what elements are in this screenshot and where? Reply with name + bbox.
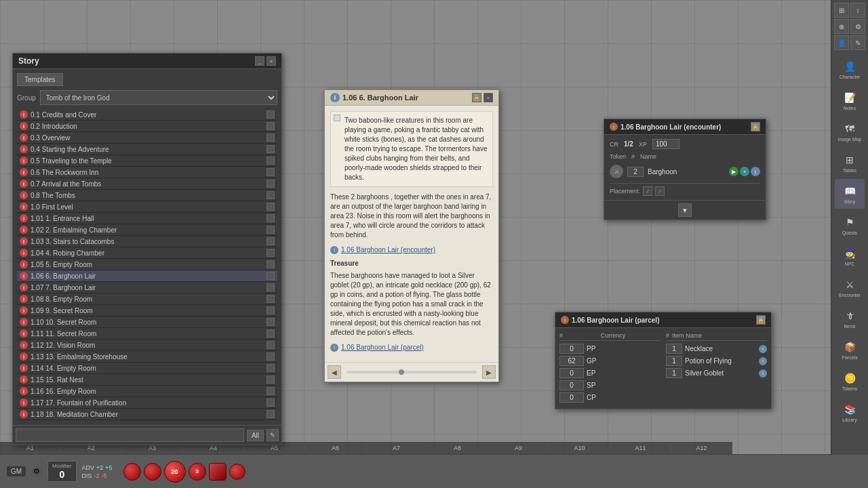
story-list-item[interactable]: i 1.15 15. Rat Nest (17, 374, 277, 386)
currency-amount-input[interactable] (559, 368, 584, 378)
top-icon-1[interactable]: ⊞ (834, 3, 849, 18)
sidebar-quests[interactable]: ⚑ Quests (835, 210, 865, 240)
top-icon-6[interactable]: ✎ (850, 35, 865, 50)
sidebar-encounter[interactable]: ⚔ Encounter (835, 272, 865, 302)
bottom-toolbar: GM ⚙ Modifier 0 ADV +2 +5 DIS -2 -5 20 3 (0, 454, 868, 488)
story-nav-row: ◀ ▶ (325, 362, 498, 382)
story-next-button[interactable]: ▶ (482, 365, 496, 379)
story-list-item[interactable]: i 1.12 12. Vision Room (17, 340, 277, 351)
top-icon-2[interactable]: ↕ (850, 3, 865, 18)
currency-amount-input[interactable] (559, 344, 584, 354)
story-list-item[interactable]: i 0.7 Arrival at the Tombs (17, 178, 277, 190)
item-info-button[interactable]: i (759, 357, 767, 365)
story-list-item[interactable]: i 0.8 The Tombs (17, 190, 277, 201)
story-list-item[interactable]: i 1.03 3. Stairs to Catacombs (17, 236, 277, 247)
placement-check-2[interactable]: ✓ (655, 186, 665, 196)
story-item-badge (267, 375, 275, 384)
top-icon-5[interactable]: 👤 (834, 35, 849, 50)
encounter-link-text[interactable]: 1.06 Barghoon Lair (encounter) (341, 245, 435, 255)
story-list-item[interactable]: i 1.19 19. Chamber of Ardarus, Renegade … (17, 420, 277, 421)
token-count-input[interactable] (627, 167, 644, 177)
story-all-button[interactable]: All (247, 430, 264, 441)
parcel-link-text[interactable]: 1.06 Barghoon Lair (parcel) (341, 343, 424, 352)
token-action-info-button[interactable]: i (751, 167, 760, 176)
currency-header-row: # Currency (559, 332, 660, 341)
story-list-item[interactable]: i 1.10 10. Secret Room (17, 317, 277, 328)
story-list-item[interactable]: i 1.18 18. Meditation Chamber (17, 409, 277, 420)
encounter-header: i 1.06 Barghoon Lair (encounter) 🔒 (604, 119, 766, 135)
story-prev-button[interactable]: ◀ (328, 365, 341, 379)
xp-input[interactable] (652, 139, 679, 149)
story-list-item[interactable]: i 1.02 2. Embalming Chamber (17, 224, 277, 236)
item-info-button[interactable]: i (759, 345, 767, 353)
story-list-item[interactable]: i 1.04 4. Robing Chamber (17, 247, 277, 259)
story-list-item[interactable]: i 0.6 The Rockworm Inn (17, 167, 277, 178)
story-list-item[interactable]: i 1.09 9. Secret Room (17, 305, 277, 317)
token-action-add-button[interactable]: + (740, 167, 749, 176)
main-story-lock-button[interactable]: 🔒 (472, 93, 481, 102)
templates-button[interactable]: Templates (17, 73, 63, 86)
currency-amount-input[interactable] (559, 380, 584, 390)
story-search-input[interactable] (16, 428, 244, 442)
story-list-item[interactable]: i 1.01 1. Entrance Hall (17, 213, 277, 224)
story-list-item[interactable]: i 0.1 Credits and Cover (17, 109, 277, 121)
die-3[interactable]: 3 (189, 463, 206, 481)
die-square[interactable] (209, 463, 226, 481)
story-item-text: 1.14 14. Empty Room (31, 365, 265, 372)
story-list-item[interactable]: i 0.3 Overview (17, 132, 277, 144)
parcel-lock-button[interactable]: 🔒 (756, 315, 766, 325)
currency-amount-input[interactable] (559, 356, 584, 366)
item-qty-input[interactable] (666, 344, 682, 354)
sidebar-library[interactable]: 📚 Library (835, 397, 865, 427)
currency-amount-input[interactable] (559, 392, 584, 403)
story-list-item[interactable]: i 1.14 14. Empty Room (17, 363, 277, 374)
story-list-item[interactable]: i 1.11 11. Secret Room (17, 328, 277, 340)
top-icon-4[interactable]: ⚙ (850, 19, 865, 34)
story-close-button[interactable]: × (267, 56, 276, 66)
sidebar-character[interactable]: 👤 Character (835, 54, 865, 84)
die-d20[interactable]: 20 (164, 461, 186, 483)
settings-icon[interactable]: ⚙ (31, 466, 42, 477)
sidebar-npc[interactable]: 🧙 NPC (835, 241, 865, 271)
item-info-button[interactable]: i (759, 369, 767, 378)
sidebar-tokens[interactable]: 🪙 Tokens (835, 366, 865, 396)
story-list-item[interactable]: i 1.05 5. Empty Room (17, 259, 277, 270)
story-edit-button[interactable]: ✎ (267, 429, 279, 441)
story-list-item[interactable]: i 0.2 Introduction (17, 121, 277, 132)
currency-rows: PP GP EP SP CP (559, 344, 660, 403)
story-description-checkbox[interactable] (334, 115, 340, 121)
sidebar-notes[interactable]: 📝 Notes (835, 85, 865, 115)
encounter-expand-button[interactable]: ▼ (678, 203, 692, 217)
story-list-item[interactable]: i 0.5 Traveling to the Temple (17, 155, 277, 167)
placement-check-1[interactable]: ✓ (643, 186, 652, 196)
story-item-text: 1.13 13. Embalming Storehouse (31, 353, 265, 361)
story-list: i 0.1 Credits and Cover i 0.2 Introducti… (17, 109, 277, 421)
item-qty-input[interactable] (666, 368, 682, 378)
story-minimize-button[interactable]: _ (255, 56, 264, 66)
story-list-item[interactable]: i 1.17 17. Fountain of Purification (17, 397, 277, 409)
item-qty-input[interactable] (666, 356, 682, 366)
story-list-item[interactable]: i 1.06 6. Barghoon Lair (17, 270, 277, 282)
sidebar-items[interactable]: 🗡 Items (835, 304, 865, 333)
die-1[interactable] (123, 463, 141, 481)
story-list-item[interactable]: i 1.0 First Level (17, 201, 277, 213)
story-list-item[interactable]: i 1.07 7. Barghoon Lair (17, 282, 277, 293)
story-list-item[interactable]: i 1.08 8. Empty Room (17, 293, 277, 305)
die-2[interactable] (144, 463, 161, 481)
encounter-lock-button[interactable]: 🔒 (751, 122, 760, 131)
group-select[interactable]: Tomb of the Iron God (40, 90, 277, 105)
sidebar-image-map[interactable]: 🗺 Image Map (835, 117, 865, 146)
story-item-badge (267, 226, 275, 234)
group-row: Group Tomb of the Iron God (17, 90, 277, 105)
story-list-item[interactable]: i 1.16 16. Empty Room (17, 386, 277, 397)
sidebar-tables[interactable]: ⊞ Tables (835, 148, 865, 178)
story-list-item[interactable]: i 0.4 Starting the Adventure (17, 144, 277, 155)
top-icon-3[interactable]: ⊕ (834, 19, 849, 34)
main-story-close-button[interactable]: × (484, 93, 493, 102)
token-action-play-button[interactable]: ▶ (729, 167, 738, 176)
story-list-item[interactable]: i 1.13 13. Embalming Storehouse (17, 351, 277, 363)
die-small[interactable] (229, 464, 245, 480)
token-row-1: ⚔ Barghoon ▶ + i (610, 163, 760, 180)
sidebar-parcels[interactable]: 📦 Parcels (835, 335, 865, 365)
sidebar-story[interactable]: 📖 Story (835, 179, 865, 209)
